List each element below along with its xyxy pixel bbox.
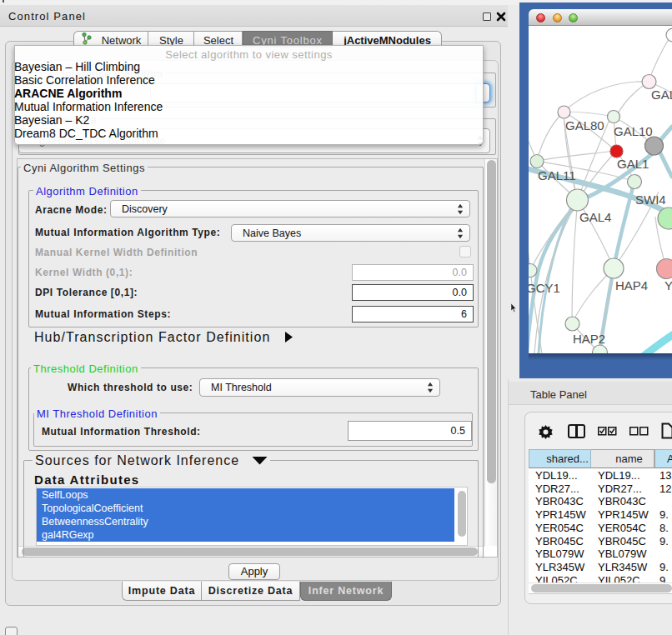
svg-text:GAL80: GAL80 — [565, 118, 604, 132]
svg-text:GCY1: GCY1 — [529, 281, 560, 295]
svg-text:GAL10: GAL10 — [614, 124, 653, 138]
svg-text:SWI4: SWI4 — [635, 192, 666, 207]
svg-text:GAL7: GAL7 — [651, 88, 672, 102]
svg-text:GAL1: GAL1 — [617, 157, 649, 171]
svg-text:Y: Y — [664, 278, 672, 292]
svg-text:HAP2: HAP2 — [573, 332, 605, 346]
svg-text:GAL11: GAL11 — [538, 168, 576, 182]
svg-text:HAP4: HAP4 — [615, 278, 648, 292]
svg-text:GAL4: GAL4 — [579, 210, 611, 224]
